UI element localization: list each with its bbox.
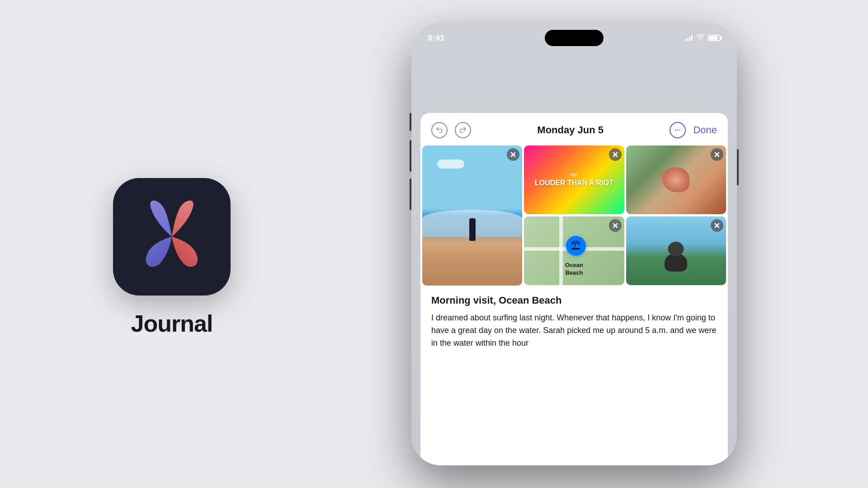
beach-figure <box>469 218 476 241</box>
podcast-title: LOUDER THAN A RIOT <box>535 178 613 187</box>
status-time: 9:41 <box>428 33 445 43</box>
remove-seashell-button[interactable] <box>711 148 723 161</box>
battery-icon <box>708 35 721 41</box>
app-icon <box>113 178 231 296</box>
remove-dog-photo-button[interactable] <box>711 219 723 232</box>
done-button[interactable]: Done <box>693 124 717 136</box>
media-seashell <box>626 145 726 214</box>
journal-logo-svg <box>131 196 212 277</box>
ellipsis-icon: ··· <box>675 127 681 134</box>
undo-button[interactable] <box>431 122 448 138</box>
remove-podcast-button[interactable] <box>609 148 622 161</box>
wifi-icon <box>696 34 704 42</box>
media-beach-photo <box>422 145 522 286</box>
remove-map-button[interactable] <box>609 219 622 232</box>
topbar-left-buttons <box>431 122 471 138</box>
media-map: ⛱ OceanBeach <box>524 216 624 285</box>
podcast-network-label: npr <box>570 172 578 177</box>
journal-entry-body: I dreamed about surfing last night. When… <box>431 312 717 350</box>
power-button <box>737 149 739 185</box>
media-grid: npr LOUDER THAN A RIOT <box>420 145 728 286</box>
scene: Journal 9:41 <box>0 0 868 488</box>
app-name-label: Journal <box>131 310 213 337</box>
journal-topbar: Monday Jun 5 ··· Done <box>420 113 728 145</box>
beach-photo-bg <box>422 145 522 286</box>
media-dog-photo <box>626 216 726 285</box>
signal-icon <box>684 35 693 41</box>
topbar-right-buttons: ··· Done <box>670 122 717 138</box>
media-podcast: npr LOUDER THAN A RIOT <box>524 145 624 214</box>
journal-text-section: Morning visit, Ocean Beach I dreamed abo… <box>420 286 728 465</box>
seashell-shape <box>662 168 689 192</box>
map-location-label: OceanBeach <box>524 262 624 277</box>
journal-entry-title: Morning visit, Ocean Beach <box>431 295 717 306</box>
phone-screen: 9:41 <box>411 23 737 465</box>
more-options-button[interactable]: ··· <box>670 122 686 138</box>
app-section: Journal <box>45 178 298 337</box>
map-pin: ⛱ <box>566 236 586 256</box>
redo-button[interactable] <box>455 122 471 138</box>
dog-head-shape <box>668 242 684 256</box>
journal-date: Monday Jun 5 <box>471 124 670 136</box>
dynamic-island <box>545 30 604 46</box>
phone-frame: 9:41 <box>411 23 737 465</box>
journal-card: Monday Jun 5 ··· Done <box>420 113 728 465</box>
status-icons <box>684 34 721 42</box>
phone-section: 9:41 <box>298 23 868 465</box>
beach-clouds <box>437 160 464 169</box>
umbrella-icon: ⛱ <box>571 240 581 252</box>
